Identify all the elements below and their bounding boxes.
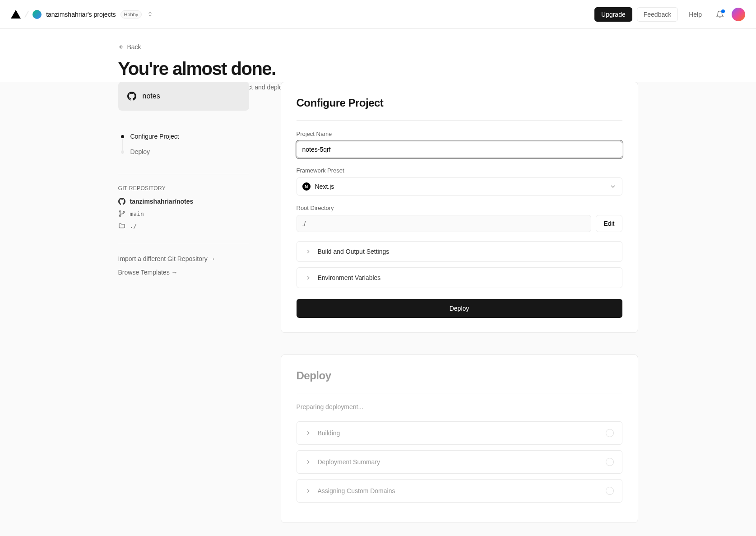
step-dot-icon xyxy=(121,135,124,138)
accordion-label: Environment Variables xyxy=(318,274,381,281)
configure-card-title: Configure Project xyxy=(297,97,622,109)
import-different-repo-link[interactable]: Import a different Git Repository → xyxy=(118,255,249,262)
directory-value: ./ xyxy=(130,223,137,229)
root-directory-group: Root Directory Edit xyxy=(297,205,622,232)
framework-preset-group: Framework Preset N Next.js xyxy=(297,167,622,196)
upgrade-button[interactable]: Upgrade xyxy=(594,7,632,22)
nextjs-icon: N xyxy=(302,182,311,191)
status-circle-icon xyxy=(606,458,614,466)
browse-templates-link[interactable]: Browse Templates → xyxy=(118,269,249,276)
notifications-button[interactable] xyxy=(713,7,727,22)
top-header: / tanzimshahriar's projects Hobby Upgrad… xyxy=(0,0,756,29)
step-dot-icon xyxy=(121,150,124,154)
environment-variables-accordion[interactable]: Environment Variables xyxy=(297,267,622,288)
deploy-card-title: Deploy xyxy=(297,369,622,382)
scope-switcher-icon[interactable] xyxy=(147,11,153,17)
repo-path-value: tanzimshahriar/notes xyxy=(130,198,194,205)
github-icon xyxy=(127,92,136,101)
header-left: / tanzimshahriar's projects Hobby xyxy=(11,9,153,20)
sidebar: notes Configure Project Deploy GIT REPOS… xyxy=(118,82,249,536)
deploy-button[interactable]: Deploy xyxy=(297,299,622,318)
build-output-settings-accordion[interactable]: Build and Output Settings xyxy=(297,241,622,262)
main-column: Configure Project Project Name Framework… xyxy=(281,82,638,536)
framework-preset-select[interactable]: N Next.js xyxy=(297,177,622,196)
vercel-logo-icon[interactable] xyxy=(11,10,21,19)
branch-row: main xyxy=(118,210,249,217)
chevron-right-icon xyxy=(305,430,311,436)
chevron-right-icon xyxy=(305,459,311,465)
help-button[interactable]: Help xyxy=(682,8,708,21)
plan-badge: Hobby xyxy=(121,10,142,19)
framework-value: Next.js xyxy=(315,183,334,190)
svg-point-0 xyxy=(119,211,121,212)
chevron-right-icon xyxy=(305,275,311,281)
assigning-domains-accordion[interactable]: Assigning Custom Domains xyxy=(297,479,622,503)
feedback-button[interactable]: Feedback xyxy=(637,7,678,22)
main-body: notes Configure Project Deploy GIT REPOS… xyxy=(0,82,756,536)
notification-dot-icon xyxy=(721,9,725,13)
directory-row: ./ xyxy=(118,222,249,229)
configure-project-card: Configure Project Project Name Framework… xyxy=(281,82,638,333)
svg-point-1 xyxy=(119,215,121,216)
repo-path-row: tanzimshahriar/notes xyxy=(118,198,249,205)
build-step-label: Deployment Summary xyxy=(318,458,380,466)
back-link[interactable]: Back xyxy=(118,43,141,51)
build-step-label: Assigning Custom Domains xyxy=(318,487,395,494)
repo-name-label: notes xyxy=(143,92,160,100)
edit-root-directory-button[interactable]: Edit xyxy=(596,215,622,232)
status-circle-icon xyxy=(606,429,614,437)
chevron-right-icon xyxy=(305,488,311,494)
page-title: You're almost done. xyxy=(118,59,638,79)
deployment-summary-accordion[interactable]: Deployment Summary xyxy=(297,450,622,474)
step-label: Deploy xyxy=(130,148,150,155)
deploy-card: Deploy Preparing deployment... Building xyxy=(281,354,638,523)
chevron-down-icon xyxy=(609,183,617,190)
github-icon xyxy=(118,198,125,205)
root-directory-label: Root Directory xyxy=(297,205,622,211)
folder-icon xyxy=(118,222,125,229)
status-circle-icon xyxy=(606,487,614,495)
root-directory-input[interactable] xyxy=(297,215,592,232)
team-avatar-icon xyxy=(32,10,42,19)
team-switcher[interactable]: tanzimshahriar's projects Hobby xyxy=(32,10,153,19)
step-list: Configure Project Deploy xyxy=(118,129,249,159)
step-deploy[interactable]: Deploy xyxy=(121,144,249,159)
divider xyxy=(297,120,622,121)
back-label: Back xyxy=(127,43,141,51)
build-step-label: Building xyxy=(318,429,340,437)
arrow-left-icon xyxy=(118,44,125,50)
branch-value: main xyxy=(130,210,144,217)
repo-card: notes xyxy=(118,82,249,111)
building-step-accordion[interactable]: Building xyxy=(297,421,622,445)
step-configure[interactable]: Configure Project xyxy=(121,129,249,144)
header-right: Upgrade Feedback Help xyxy=(594,7,745,22)
chevron-right-icon xyxy=(305,248,311,255)
framework-preset-label: Framework Preset xyxy=(297,167,622,174)
divider xyxy=(118,174,249,174)
deploy-status-text: Preparing deployment... xyxy=(297,403,622,410)
project-name-label: Project Name xyxy=(297,131,622,137)
team-name-label: tanzimshahriar's projects xyxy=(46,11,116,18)
project-name-input[interactable] xyxy=(297,141,622,158)
main-layout: notes Configure Project Deploy GIT REPOS… xyxy=(118,82,638,536)
project-name-group: Project Name xyxy=(297,131,622,158)
git-repo-heading: GIT REPOSITORY xyxy=(118,185,249,191)
git-branch-icon xyxy=(118,210,125,217)
divider xyxy=(118,244,249,244)
user-avatar[interactable] xyxy=(732,8,745,21)
svg-point-2 xyxy=(123,211,124,213)
accordion-label: Build and Output Settings xyxy=(318,248,390,255)
step-label: Configure Project xyxy=(130,133,179,140)
divider xyxy=(297,393,622,393)
breadcrumb-slash: / xyxy=(24,8,30,20)
